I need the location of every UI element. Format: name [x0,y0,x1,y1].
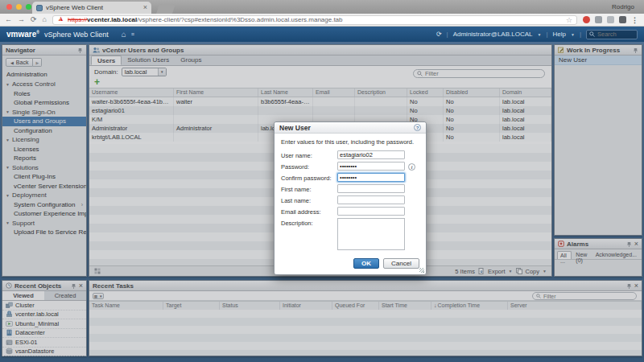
vsphere-favicon-icon [36,5,43,11]
client-menu-icon[interactable]: ≡ [131,31,134,37]
browser-tabstrip: vSphere Web Client × Rodrigo [0,0,644,14]
adblock-extension-icon[interactable] [583,16,590,23]
ok-button[interactable]: OK [353,258,379,269]
client-home-icon[interactable]: ⌂ [122,31,126,39]
password-label: Password: [281,162,337,171]
password-field[interactable] [337,162,405,171]
confirm-password-label: Confirm password: [281,173,337,182]
url-path: /vsphere-client/?csp#extensionId%3Dsso.a… [137,16,342,23]
search-icon [589,31,595,37]
home-icon[interactable]: ⌂ [43,16,47,23]
vsphere-header: vmware® vSphere Web Client ⌂ ≡ ⟳ | Admin… [0,27,644,42]
field-row: Description: [281,218,419,250]
dialog-title-bar[interactable]: New User ? [275,122,426,134]
chevron-down-icon: ▼ [537,32,541,37]
field-row: Email address: [281,207,419,216]
confirm-password-field[interactable] [337,173,405,182]
product-title: vSphere Web Client [44,31,109,39]
last-name-field[interactable] [337,195,405,204]
resize-grip[interactable] [419,268,424,273]
extension-icon-4[interactable] [619,16,626,23]
extension-icon-2[interactable] [595,16,602,23]
new-tab-button[interactable] [156,4,175,14]
browser-profile-name: Rodrigo [612,3,634,10]
ssl-warning-icon[interactable]: ▲! [57,16,64,23]
url-text: https://vcenter.lab.local/vsphere-client… [68,16,343,23]
tab-close-icon[interactable]: × [143,4,147,11]
back-icon[interactable]: ← [5,16,12,23]
close-window-icon[interactable] [6,4,12,10]
forward-icon[interactable]: → [18,16,25,23]
separator: | [546,31,547,38]
first-name-label: First name: [281,184,337,193]
field-row: Last name: [281,195,419,204]
info-icon[interactable]: i [408,163,415,171]
description-label: Description: [281,218,337,227]
separator: | [447,31,448,38]
browser-tab[interactable]: vSphere Web Client × [32,2,151,14]
last-name-label: Last name: [281,195,337,204]
minimize-window-icon[interactable] [16,4,22,10]
dialog-footer: OK Cancel [275,254,426,274]
maximize-window-icon[interactable] [26,4,31,10]
dialog-instruction: Enter values for this user, including th… [281,138,419,146]
reload-icon[interactable]: ⟳ [31,16,37,23]
bookmark-star-icon[interactable]: ☆ [566,16,572,24]
username-label: User name: [281,150,337,159]
field-row: Confirm password: [281,173,419,182]
description-field[interactable] [337,218,405,250]
new-user-dialog: New User ? Enter values for this user, i… [274,121,427,275]
dialog-body: Enter values for this user, including th… [275,134,426,254]
help-menu[interactable]: Help [553,31,566,38]
vmware-logo: vmware® [6,30,39,39]
field-row: Password: i [281,162,419,171]
email-label: Email address: [281,207,337,216]
global-search-input[interactable] [597,31,634,38]
browser-menu-icon[interactable]: ⋮ [631,16,639,24]
screen: vSphere Web Client × Rodrigo ← → ⟳ ⌂ ▲! … [0,0,644,362]
extension-icon-3[interactable] [607,16,614,23]
first-name-field[interactable] [337,184,405,193]
header-right: ⟳ | Administrator@LAB.LOCAL ▼ | Help ▼ | [436,30,638,39]
address-bar[interactable]: ▲! https://vcenter.lab.local/vsphere-cli… [52,15,577,25]
tab-title: vSphere Web Client [46,4,140,11]
user-menu[interactable]: Administrator@LAB.LOCAL [453,31,533,38]
extension-icons: ⋮ [583,16,639,24]
username-field[interactable] [337,150,405,159]
url-scheme: https:// [68,16,87,23]
global-search[interactable] [586,30,638,39]
chevron-down-icon: ▼ [571,32,575,37]
cancel-button[interactable]: Cancel [383,258,419,269]
browser-toolbar: ← → ⟳ ⌂ ▲! https://vcenter.lab.local/vsp… [0,14,644,27]
dialog-title: New User [279,124,311,132]
window-controls [6,4,31,10]
separator: | [580,31,581,38]
field-row: First name: [281,184,419,193]
field-row: User name: [281,150,419,159]
refresh-icon[interactable]: ⟳ [436,31,442,38]
email-field[interactable] [337,207,405,216]
help-icon[interactable]: ? [414,124,421,131]
url-host: vcenter.lab.local [87,16,137,23]
